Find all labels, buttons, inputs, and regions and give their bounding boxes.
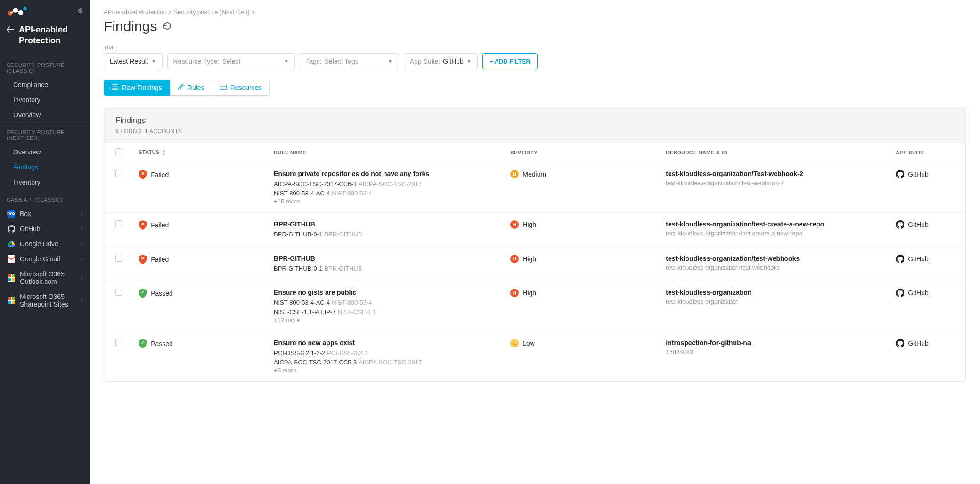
severity-badge: H xyxy=(510,289,519,297)
sidebar-section-label: SECURITY POSTURE (CLASSIC) xyxy=(0,55,90,77)
refresh-icon[interactable] xyxy=(163,21,172,32)
sort-icon: ▲▼ xyxy=(162,149,166,156)
rule-tags: BPR-GITHUB-0-1BPR-GITHUB xyxy=(274,264,501,274)
tab-raw-findings[interactable]: Raw Findings xyxy=(104,80,170,96)
sidebar-item-compliance[interactable]: Compliance xyxy=(0,77,90,92)
resource-id: test-kloudless-organization/test-create-… xyxy=(666,230,886,237)
sidebar-item-box[interactable]: boxBox› xyxy=(0,206,90,221)
sidebar-item-overview[interactable]: Overview xyxy=(0,107,90,122)
chevron-down-icon: ▼ xyxy=(284,58,289,64)
select-all-checkbox[interactable] xyxy=(115,148,122,155)
sidebar-item-microsoft-o365-outlook-com[interactable]: Microsoft O365 Outlook.com› xyxy=(0,266,90,289)
sidebar-item-inventory[interactable]: Inventory xyxy=(0,175,90,190)
resource-name: test-kloudless-organization/Test-webhook… xyxy=(666,170,886,177)
shield-check-icon: ✓ xyxy=(139,289,147,298)
shield-check-icon: ✓ xyxy=(139,339,147,348)
column-resource[interactable]: RESOURCE NAME & ID xyxy=(661,143,891,162)
collapse-sidebar-icon[interactable] xyxy=(76,8,83,16)
sidebar-item-label: Inventory xyxy=(13,178,83,186)
suite-text: GitHub xyxy=(908,170,929,178)
chevron-right-icon: › xyxy=(81,255,83,263)
table-row[interactable]: ✕FailedEnsure private repositories do no… xyxy=(104,162,965,213)
panel-title: Findings xyxy=(115,116,954,125)
tab-resources[interactable]: Resources xyxy=(212,80,270,96)
rule-title: BPR-GITHUB xyxy=(274,255,501,262)
sidebar-item-github[interactable]: GitHub› xyxy=(0,221,90,236)
resource-name: introspection-for-github-na xyxy=(666,339,886,347)
table-row[interactable]: ✓PassedEnsure no new apps existPCI-DSS-3… xyxy=(104,331,965,382)
filter-value: Select Tags xyxy=(325,57,359,65)
sidebar-item-label: Microsoft O365 Outlook.com xyxy=(20,270,81,285)
filter-label: App Suite: xyxy=(410,57,441,65)
sidebar-item-google-drive[interactable]: Google Drive› xyxy=(0,236,90,251)
svg-rect-10 xyxy=(12,278,15,281)
svg-rect-19 xyxy=(220,85,227,90)
breadcrumb[interactable]: API-enabled Protection > Security postur… xyxy=(104,8,966,16)
severity-text: Medium xyxy=(523,170,546,178)
suite-text: GitHub xyxy=(908,339,929,347)
tab-label: Resources xyxy=(230,84,262,91)
column-status[interactable]: STATUS▲▼ xyxy=(134,143,269,162)
severity-badge: H xyxy=(510,255,519,263)
app-suite-filter[interactable]: App Suite: GitHub ▼ xyxy=(404,53,478,69)
shield-x-icon: ✕ xyxy=(139,170,147,179)
column-suite[interactable]: APP SUITE xyxy=(891,143,965,162)
chevron-right-icon: › xyxy=(81,240,83,248)
row-checkbox[interactable] xyxy=(115,220,122,227)
suite-text: GitHub xyxy=(908,255,929,263)
filter-value: Latest Result xyxy=(110,57,148,65)
resource-id: test-kloudless-organization/Test-webhook… xyxy=(666,179,886,186)
shield-x-icon: ✕ xyxy=(139,255,147,264)
findings-panel: Findings 5 FOUND, 1 ACCOUNTS STATUS▲▼ RU… xyxy=(104,108,966,382)
sidebar-item-google-gmail[interactable]: Google Gmail› xyxy=(0,251,90,266)
resource-type-filter[interactable]: Resource Type: Select ▼ xyxy=(167,53,295,69)
add-filter-button[interactable]: + ADD FILTER xyxy=(482,53,538,69)
suite-text: GitHub xyxy=(908,289,929,297)
row-checkbox[interactable] xyxy=(115,255,122,262)
filter-label: Resource Type: xyxy=(173,57,220,65)
pencil-icon xyxy=(178,84,184,91)
filter-label: Tags: xyxy=(306,57,321,65)
table-row[interactable]: ✕FailedBPR-GITHUBBPR-GITHUB-0-1BPR-GITHU… xyxy=(104,247,965,281)
github-icon xyxy=(896,339,904,347)
sidebar-item-label: Overview xyxy=(13,111,83,119)
sidebar-section-label: CASB API (CLASSIC) xyxy=(0,190,90,206)
table-icon xyxy=(112,84,118,91)
suite-text: GitHub xyxy=(908,221,929,228)
sidebar-item-microsoft-o365-sharepoint-sites[interactable]: Microsoft O365 Sharepoint Sites› xyxy=(0,289,90,312)
row-checkbox[interactable] xyxy=(115,170,122,177)
shield-x-icon: ✕ xyxy=(139,220,147,230)
rule-tags: BPR-GITHUB-0-1BPR-GITHUB xyxy=(274,230,501,239)
tags-filter[interactable]: Tags: Select Tags ▼ xyxy=(300,53,399,69)
tabs: Raw FindingsRulesResources xyxy=(104,80,966,96)
rule-title: Ensure no new apps exist xyxy=(274,339,501,347)
more-link[interactable]: +5 more xyxy=(274,367,501,374)
severity-text: Low xyxy=(523,339,535,347)
resource-id: 16884083 xyxy=(666,348,886,355)
svg-point-3 xyxy=(23,7,27,10)
severity-text: High xyxy=(523,289,536,297)
back-arrow-icon[interactable] xyxy=(7,24,14,34)
sidebar-item-overview[interactable]: Overview xyxy=(0,145,90,160)
more-link[interactable]: +12 more xyxy=(274,316,501,323)
sidebar-title: API-enabled Protection xyxy=(19,24,83,47)
row-checkbox[interactable] xyxy=(115,289,122,296)
time-filter-label: TIME xyxy=(104,45,966,50)
tab-label: Raw Findings xyxy=(122,84,162,91)
table-row[interactable]: ✓PassedEnsure no gists are publicNIST-80… xyxy=(104,281,965,331)
row-checkbox[interactable] xyxy=(115,339,122,346)
tab-rules[interactable]: Rules xyxy=(170,80,212,96)
latest-result-filter[interactable]: Latest Result ▼ xyxy=(104,53,163,69)
main-content: API-enabled Protection > Security postur… xyxy=(90,0,980,484)
status-text: Failed xyxy=(151,221,169,229)
sidebar-item-inventory[interactable]: Inventory xyxy=(0,92,90,107)
chevron-right-icon: › xyxy=(81,210,83,218)
column-severity[interactable]: SEVERITY xyxy=(506,143,661,162)
column-rule[interactable]: RULE NAME xyxy=(269,143,506,162)
resource-id: test-kloudless-organization/test-webhook… xyxy=(666,264,886,271)
status-text: Failed xyxy=(151,171,169,178)
more-link[interactable]: +15 more xyxy=(274,198,501,205)
severity-badge: L xyxy=(510,339,519,347)
table-row[interactable]: ✕FailedBPR-GITHUBBPR-GITHUB-0-1BPR-GITHU… xyxy=(104,213,965,247)
sidebar-item-findings[interactable]: Findings xyxy=(0,160,90,175)
